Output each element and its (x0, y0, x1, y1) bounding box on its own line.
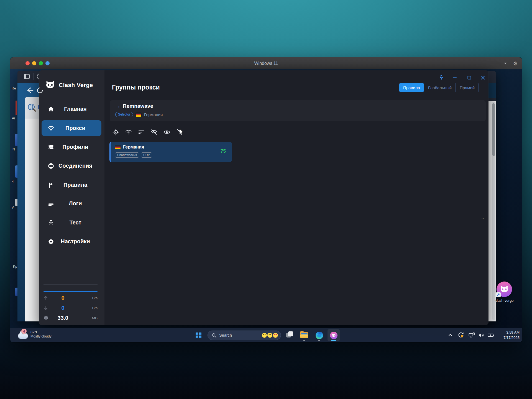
desktop-icon-label[interactable]: N (12, 147, 15, 151)
app-title: Clash Verge (59, 82, 93, 88)
browser-back-icon[interactable] (25, 86, 34, 94)
proxy-card-germany[interactable]: Германия Shadowsocks UDP 75 (109, 142, 232, 162)
sidebar-item-label: Настройки (54, 238, 101, 245)
locate-icon[interactable] (112, 129, 119, 136)
tray-volume-icon[interactable] (478, 332, 485, 340)
desktop-icon-label[interactable]: Ar (12, 116, 15, 120)
germany-flag-icon (115, 145, 121, 149)
sidebar-item-rules[interactable]: Правила (42, 177, 101, 193)
search-icon (212, 333, 216, 338)
browser-sidebar-toggle-icon[interactable] (24, 74, 30, 79)
mode-rules-button[interactable]: Правила (399, 83, 424, 92)
weather-temp: 62°F (30, 330, 52, 334)
clock-time: 3:59 AM (503, 330, 520, 335)
download-value: 0 (49, 305, 77, 311)
cloud-icon: 4 (18, 333, 28, 339)
edge-button[interactable] (313, 329, 325, 341)
pin-window-button[interactable] (438, 74, 445, 81)
sidebar-item-label: Тест (54, 219, 101, 226)
tray-chevron-icon[interactable] (448, 333, 452, 338)
desktop-icon-label[interactable]: Re (12, 86, 16, 90)
clash-verge-taskbar-button[interactable] (328, 329, 340, 341)
weather-widget[interactable]: 4 62°F Mostly cloudy (18, 330, 52, 339)
search-box[interactable]: Search (208, 331, 281, 340)
group-current-proxy: Германия (144, 112, 163, 117)
shortcut-label: clash-verge (495, 298, 514, 303)
file-explorer-button[interactable] (298, 329, 310, 341)
sort-icon[interactable] (138, 129, 145, 136)
close-button[interactable] (479, 74, 487, 81)
vm-titlebar: Windows 11 ⚙ (10, 57, 522, 69)
browser-toolbar-divider (34, 73, 34, 80)
vm-settings-gear-icon[interactable]: ⚙ (513, 57, 518, 69)
maximize-button[interactable] (466, 74, 473, 81)
tray-battery-icon[interactable] (487, 332, 495, 340)
desktop-icon-label[interactable]: V (12, 206, 14, 209)
clock-date: 7/17/2025 (503, 335, 520, 341)
sidebar-item-label: Главная (54, 106, 101, 112)
download-stat-row: 0 B/s (44, 304, 98, 312)
desktop-icon-label[interactable]: Kp (13, 265, 17, 268)
search-placeholder: Search (219, 333, 261, 337)
globe-icon (48, 163, 54, 169)
desktop-icon-label[interactable]: q (12, 179, 14, 183)
arrow-down-icon (44, 306, 49, 310)
windows-logo-icon (196, 332, 201, 338)
active-app-indicator (331, 340, 336, 341)
latency-test-icon[interactable] (125, 129, 132, 136)
profiles-icon (48, 144, 54, 150)
vm-window-title: Windows 11 (10, 57, 522, 69)
vm-desktop: Re Ar N q V Kp (10, 69, 522, 342)
mode-direct-button[interactable]: Прямой (456, 83, 479, 92)
windows-taskbar: 4 62°F Mostly cloudy Search (10, 328, 522, 342)
proxy-group-panel[interactable]: → Remnawave Selector Германия 1 (110, 100, 486, 121)
minimize-button[interactable] (451, 74, 459, 81)
clash-sidebar: Clash Verge Главная Прокси (39, 70, 104, 325)
sidebar-item-settings[interactable]: Настройки (42, 234, 101, 249)
emoji-heart-eyes-icon (273, 333, 278, 338)
upload-unit: B/s (77, 296, 98, 300)
vm-window: Windows 11 ⚙ Re Ar N q V Kp (10, 57, 522, 342)
sidebar-item-label: Профили (54, 144, 101, 150)
mode-global-button[interactable]: Глобальный (424, 83, 456, 92)
weather-condition: Mostly cloudy (30, 334, 52, 339)
desktop-shortcut-clash-verge[interactable]: clash-verge (495, 282, 514, 303)
latency-value: 75 (221, 149, 226, 154)
desktop-icon-fragment[interactable] (16, 101, 17, 115)
task-view-button[interactable] (283, 329, 296, 341)
cat-icon (500, 285, 509, 294)
tray-display-icon[interactable] (468, 332, 475, 340)
scroll-hint-arrow: → (480, 216, 485, 220)
sidebar-item-profiles[interactable]: Профили (42, 139, 101, 155)
proxy-name: Германия (123, 145, 144, 150)
sidebar-divider (44, 284, 98, 285)
protocol-badge: Shadowsocks (115, 152, 139, 158)
clash-logo: Clash Verge (45, 80, 93, 90)
tray-update-icon[interactable] (458, 332, 464, 339)
sidebar-item-home[interactable]: Главная (42, 101, 101, 117)
arrow-up-icon (44, 296, 49, 300)
page-title: Группы прокси (112, 84, 160, 91)
browser-favicon-globe-icon (27, 103, 37, 112)
eye-icon[interactable] (163, 129, 170, 136)
group-toolbar (112, 129, 183, 136)
start-button[interactable] (192, 329, 204, 341)
memory-value: 33.0 (49, 315, 77, 321)
hide-unavailable-icon[interactable] (150, 129, 158, 136)
sidebar-item-test[interactable]: Тест (42, 215, 101, 231)
taskbar-clock[interactable]: 3:59 AM 7/17/2025 (503, 330, 520, 341)
memory-stat-row[interactable]: 33.0 MB (44, 314, 98, 322)
vm-dropdown-icon[interactable] (503, 57, 508, 69)
browser-refresh-icon[interactable] (36, 86, 44, 94)
memory-unit: MB (77, 316, 98, 320)
sidebar-item-connections[interactable]: Соединения (42, 158, 101, 174)
rules-icon (48, 182, 54, 188)
browser-scrollbar-thumb[interactable] (492, 103, 495, 156)
weather-alert-badge: 4 (21, 329, 27, 334)
sidebar-item-logs[interactable]: Логи (42, 196, 101, 211)
group-type-badge: Selector (115, 112, 133, 117)
download-unit: B/s (77, 306, 98, 310)
group-name: Remnawave (123, 103, 153, 109)
sidebar-item-proxies[interactable]: Прокси (42, 120, 101, 136)
chip-icon (44, 315, 49, 320)
